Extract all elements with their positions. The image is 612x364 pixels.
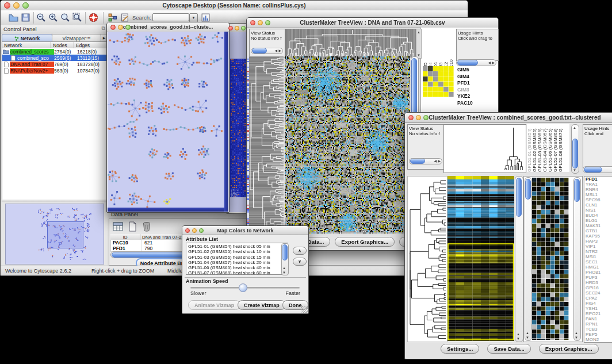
minimize-button[interactable]: [416, 115, 421, 120]
gene-label[interactable]: SEC24: [586, 290, 612, 296]
scroll-left-arrow[interactable]: ◀: [274, 49, 277, 52]
chart-panel-icon[interactable]: [201, 13, 211, 22]
zoom-button[interactable]: [22, 2, 29, 9]
save-icon[interactable]: [21, 13, 30, 22]
scroll-up-arrow[interactable]: ▲: [417, 30, 420, 34]
split-handle[interactable]: [2, 200, 106, 202]
create-vizmap-button[interactable]: Create Vizmap: [238, 300, 286, 310]
annotation-icon[interactable]: [120, 13, 130, 22]
zoom-button[interactable]: [241, 26, 246, 30]
column-header-nodes[interactable]: Nodes: [51, 42, 74, 48]
scroll-pill[interactable]: [252, 48, 267, 53]
scroll-pill[interactable]: [457, 60, 478, 66]
column-label[interactable]: GPL51-07 (GSM868): [553, 124, 558, 172]
treeview-button[interactable]: Save Data...: [487, 344, 530, 354]
column-label[interactable]: GPL51-02 (GSM855): [532, 124, 537, 172]
open-folder-icon[interactable]: [9, 13, 18, 22]
gene-label[interactable]: PAN1: [586, 316, 612, 321]
gene-label[interactable]: RPN1: [586, 321, 612, 327]
gene-label[interactable]: FIG4: [586, 301, 612, 306]
search-input[interactable]: [152, 13, 189, 21]
scroll-right-arrow[interactable]: ▶: [492, 61, 495, 64]
treeview1-global-heatmap[interactable]: [285, 56, 410, 233]
scroll-pill[interactable]: [282, 244, 288, 260]
scroll-pill[interactable]: [572, 139, 578, 168]
speed-slider-thumb[interactable]: [239, 283, 247, 292]
new-doc-icon[interactable]: [127, 221, 138, 232]
move-up-button[interactable]: ∧: [293, 247, 307, 255]
resize-grip[interactable]: [301, 306, 308, 313]
close-button[interactable]: [228, 26, 233, 30]
zoom-fit-icon[interactable]: [60, 13, 70, 22]
help-lifering-icon[interactable]: [89, 13, 98, 22]
gene-label[interactable]: ELG1: [586, 218, 612, 223]
scroll-up-arrow[interactable]: ▲: [517, 332, 520, 336]
gene-label[interactable]: HAP3: [586, 239, 612, 244]
scroll-up-arrow[interactable]: ▲: [526, 331, 529, 335]
gene-label[interactable]: NTR2: [586, 249, 612, 254]
scroll-right-arrow[interactable]: ▶: [438, 159, 441, 163]
treeview2-titlebar[interactable]: ClusterMaker TreeView : combined_scores_…: [405, 113, 612, 123]
scroll-right-arrow[interactable]: ▶: [278, 49, 281, 52]
scroll-up-arrow[interactable]: ▲: [282, 266, 286, 270]
gene-label[interactable]: YKE2: [457, 93, 495, 100]
scroll-left-arrow[interactable]: ◀: [488, 61, 491, 64]
attribute-item[interactable]: GPL51-01 (GSM854) heat shock 05 min: [188, 244, 288, 249]
table-grid-icon[interactable]: [112, 221, 124, 232]
trash-icon[interactable]: [141, 221, 152, 232]
scroll-down-arrow[interactable]: ▼: [517, 337, 520, 340]
zoom-in-icon[interactable]: [48, 13, 58, 22]
minimize-button[interactable]: [192, 228, 197, 233]
minimize-button[interactable]: [258, 20, 263, 25]
column-header-edges[interactable]: Edges: [74, 42, 107, 48]
gene-label[interactable]: CLN1: [586, 202, 612, 208]
treeview2-zoom-heatmap[interactable]: [532, 178, 569, 340]
treeview1-row-dendrogram[interactable]: [249, 56, 284, 233]
gene-label[interactable]: PFD1: [457, 80, 495, 87]
gene-label[interactable]: NIS1: [586, 208, 612, 213]
close-button[interactable]: [408, 115, 414, 120]
column-label[interactable]: GPL51-01 (GSM854): [527, 124, 532, 172]
scroll-down-arrow[interactable]: ▼: [282, 271, 286, 274]
scroll-pill[interactable]: [516, 178, 522, 217]
network-overview-icon[interactable]: [108, 13, 117, 22]
column-label[interactable]: GPL51-03 (GSM856): [537, 124, 542, 172]
treeview1-column-dendrogram[interactable]: [285, 29, 416, 58]
gene-label[interactable]: PHO81: [586, 270, 612, 275]
scroll-up-arrow[interactable]: ▲: [575, 331, 578, 335]
scroll-pill[interactable]: [525, 179, 531, 200]
attribute-item[interactable]: GPL51-06 (GSM865) heat shock 40 min: [188, 265, 288, 270]
animate-vizmap-button[interactable]: Animate Vizmap: [188, 300, 240, 310]
close-button[interactable]: [250, 20, 255, 25]
attribute-item[interactable]: GPL51-07 (GSM868) heat shock 60 min: [188, 270, 288, 275]
attribute-item[interactable]: GPL51-02 (GSM855) heat shock 10 min: [188, 249, 288, 254]
attribute-item[interactable]: GPL51-04 (GSM857) heat shock 20 min: [188, 260, 288, 265]
scroll-up-arrow[interactable]: ▲: [573, 126, 576, 129]
scroll-down-arrow[interactable]: ▼: [573, 168, 576, 172]
scroll-down-arrow[interactable]: ▼: [526, 336, 529, 339]
network-row[interactable]: RNAPuberNov2+563(0)107847(0): [2, 67, 107, 74]
gene-label[interactable]: SPC98: [586, 197, 612, 202]
treeview1-zoom-heatmap[interactable]: [423, 66, 454, 97]
zoom-button[interactable]: [125, 25, 131, 30]
data-column-id[interactable]: ID: [110, 234, 140, 240]
gene-label[interactable]: RNR4: [586, 187, 612, 192]
gene-label[interactable]: HRD3: [586, 280, 612, 285]
network-graph-canvas[interactable]: [108, 32, 224, 208]
treeview2-row-dendrogram[interactable]: [407, 176, 447, 342]
treeview2-column-dendrogram[interactable]: [443, 124, 526, 173]
scroll-down-arrow[interactable]: ▼: [575, 336, 578, 339]
float-panel-icon[interactable]: ⧉: [102, 25, 105, 32]
network-row[interactable]: DNA and Tran 07769(0)183728(0): [2, 61, 107, 67]
scroll-left-arrow[interactable]: ◀: [434, 159, 437, 163]
network-window-bottom-frame[interactable]: [108, 208, 224, 212]
gene-label[interactable]: GIM3: [457, 87, 495, 94]
dialog-titlebar[interactable]: Map Colors to Network: [182, 226, 308, 235]
scroll-pill[interactable]: [574, 179, 580, 202]
gene-label[interactable]: GTB1: [586, 228, 612, 233]
column-label[interactable]: GPL51-08 (GSM872): [558, 124, 563, 172]
gene-label[interactable]: TCB3: [586, 327, 612, 332]
gene-label[interactable]: PUF3: [586, 275, 612, 280]
network-window-right-frame[interactable]: [224, 32, 228, 212]
gene-label[interactable]: KAP95: [586, 233, 612, 239]
